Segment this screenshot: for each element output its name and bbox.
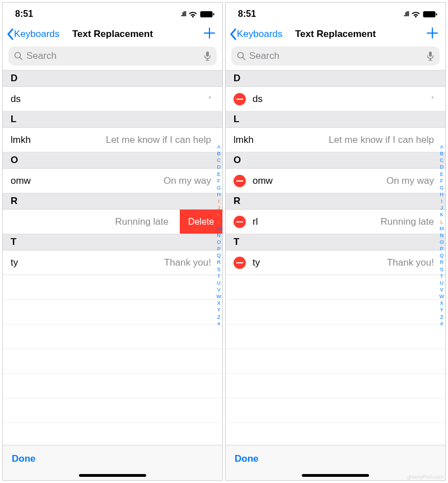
cellular-icon: .ıll [404, 10, 409, 18]
shortcut-label: rl [253, 216, 258, 227]
shortcut-label: omw [253, 175, 273, 187]
shortcut-label: ty [253, 257, 260, 268]
shortcut-label: ds [253, 94, 263, 105]
row-ds[interactable]: ds ° [226, 87, 445, 112]
section-header-o: O [3, 152, 222, 169]
add-button[interactable] [203, 27, 216, 41]
battery-icon [200, 11, 214, 18]
svg-rect-6 [436, 13, 437, 15]
search-icon [237, 52, 246, 61]
section-header-d: D [3, 71, 222, 87]
row-rl[interactable]: Running late Delete [3, 210, 222, 234]
mic-icon[interactable] [204, 51, 211, 61]
watermark: groovyPost.com [407, 474, 444, 480]
search-placeholder: Search [26, 50, 204, 62]
section-header-d: D [226, 71, 445, 87]
phrase-label: Let me know if I can help [254, 134, 437, 146]
row-omw[interactable]: omw On my way [226, 169, 445, 193]
search-icon [14, 52, 23, 61]
row-lmkh[interactable]: lmkh Let me know if I can help [3, 128, 222, 152]
svg-rect-9 [429, 52, 432, 57]
wifi-icon [411, 11, 421, 18]
status-bar: 8:51 .ıll [3, 3, 222, 23]
shortcut-label: ty [11, 257, 18, 268]
row-ds[interactable]: ds ° [3, 87, 222, 112]
search-input[interactable]: Search [8, 47, 217, 66]
svg-rect-1 [213, 13, 214, 15]
home-indicator [3, 470, 222, 480]
shortcut-label: lmkh [11, 134, 31, 146]
wifi-icon [188, 11, 198, 18]
shortcut-label: lmkh [234, 134, 254, 146]
row-ty[interactable]: ty Thank you! [226, 250, 445, 275]
row-omw[interactable]: omw On my way [3, 169, 222, 193]
section-header-l: L [3, 112, 222, 128]
search-placeholder: Search [249, 50, 427, 62]
phrase-label: On my way [273, 175, 437, 187]
chevron-left-icon [229, 28, 237, 40]
done-button[interactable]: Done [12, 453, 36, 464]
section-index[interactable]: ABCDEFGHIJKLMNOPQRSTUVWXYZ# [217, 143, 222, 327]
chevron-left-icon [6, 28, 14, 40]
phrase-label: Thank you! [260, 257, 437, 268]
svg-line-3 [20, 58, 22, 60]
row-ty[interactable]: ty Thank you! [3, 250, 222, 275]
empty-rows [226, 275, 445, 423]
phone-right: 8:51 .ıll Keyboards Text Replacement [225, 2, 446, 481]
shortcut-label: ds [11, 94, 21, 105]
svg-line-8 [243, 58, 245, 60]
add-button[interactable] [426, 27, 438, 41]
row-lmkh[interactable]: lmkh Let me know if I can help [226, 128, 445, 152]
search-input[interactable]: Search [231, 47, 440, 66]
phrase-label: Let me know if I can help [31, 134, 214, 146]
back-button[interactable]: Keyboards [6, 28, 59, 40]
svg-rect-4 [206, 52, 209, 57]
plus-icon [426, 27, 438, 39]
back-label: Keyboards [14, 29, 59, 40]
section-index[interactable]: ABCDEFGHIJKLMNOPQRSTUVWXYZ# [440, 143, 445, 327]
section-header-t: T [3, 234, 222, 250]
plus-icon [203, 27, 216, 39]
cellular-icon: .ıll [181, 10, 186, 18]
status-time: 8:51 [238, 9, 256, 19]
empty-rows [3, 275, 222, 423]
phrase-label: Thank you! [18, 257, 214, 268]
remove-icon[interactable] [234, 175, 246, 187]
back-label: Keyboards [237, 29, 282, 40]
row-rl[interactable]: rl Running late [226, 210, 445, 234]
status-icons: .ıll [404, 10, 437, 18]
delete-label: Delete [188, 217, 214, 227]
phrase-label: ° [263, 95, 437, 103]
phrase-label: On my way [31, 175, 214, 187]
battery-icon [423, 11, 437, 18]
phrase-label: ° [21, 95, 214, 103]
remove-icon[interactable] [234, 257, 246, 269]
svg-rect-0 [200, 11, 213, 17]
toolbar: Done [3, 445, 222, 470]
section-header-r: R [3, 193, 222, 210]
status-time: 8:51 [15, 9, 33, 19]
status-bar: 8:51 .ıll [226, 3, 445, 23]
back-button[interactable]: Keyboards [229, 28, 282, 40]
nav-bar: Keyboards Text Replacement [3, 23, 222, 47]
section-header-o: O [226, 152, 445, 169]
phrase-label: Running late [258, 216, 437, 227]
toolbar: Done [226, 445, 445, 470]
section-header-r: R [226, 193, 445, 210]
phrase-label: Running late [3, 216, 172, 227]
section-header-t: T [226, 234, 445, 250]
svg-rect-5 [423, 11, 436, 17]
status-icons: .ıll [181, 10, 214, 18]
done-button[interactable]: Done [235, 453, 259, 464]
shortcut-label: omw [11, 175, 31, 187]
remove-icon[interactable] [234, 93, 246, 105]
phone-left: 8:51 .ıll Keyboards Text Replacement [2, 2, 223, 481]
nav-bar: Keyboards Text Replacement [226, 23, 445, 47]
section-header-l: L [226, 112, 445, 128]
remove-icon[interactable] [234, 216, 246, 228]
mic-icon[interactable] [427, 51, 434, 61]
